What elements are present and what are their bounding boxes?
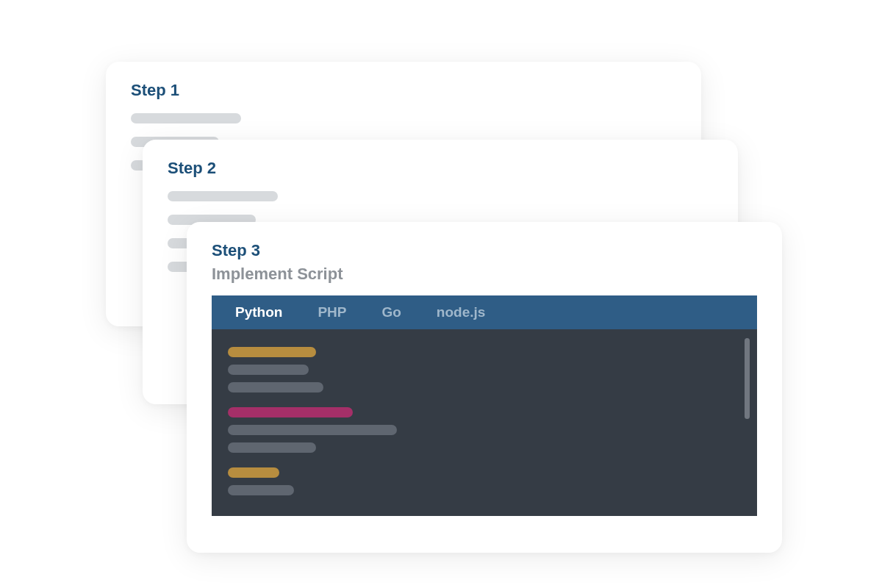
step-3-subtitle: Implement Script [212,265,757,284]
tab-nodejs[interactable]: node.js [419,295,503,329]
code-line [228,485,294,495]
code-line [228,347,316,357]
step-1-title: Step 1 [131,81,676,100]
code-line [228,425,397,435]
code-line [228,382,323,392]
code-line [228,365,309,375]
code-line [228,407,353,417]
code-line [228,442,316,453]
tab-go[interactable]: Go [364,295,418,329]
step-card-3: Step 3 Implement Script Python PHP Go no… [187,222,782,553]
tab-python[interactable]: Python [218,295,300,329]
step-3-title: Step 3 [212,241,757,260]
code-body [212,329,757,516]
placeholder-line [168,191,278,201]
scrollbar-thumb[interactable] [745,338,750,419]
code-panel: Python PHP Go node.js [212,295,757,516]
placeholder-line [131,113,241,123]
code-tabs: Python PHP Go node.js [212,295,757,329]
step-2-title: Step 2 [168,159,713,178]
code-line [228,467,279,478]
tab-php[interactable]: PHP [300,295,364,329]
